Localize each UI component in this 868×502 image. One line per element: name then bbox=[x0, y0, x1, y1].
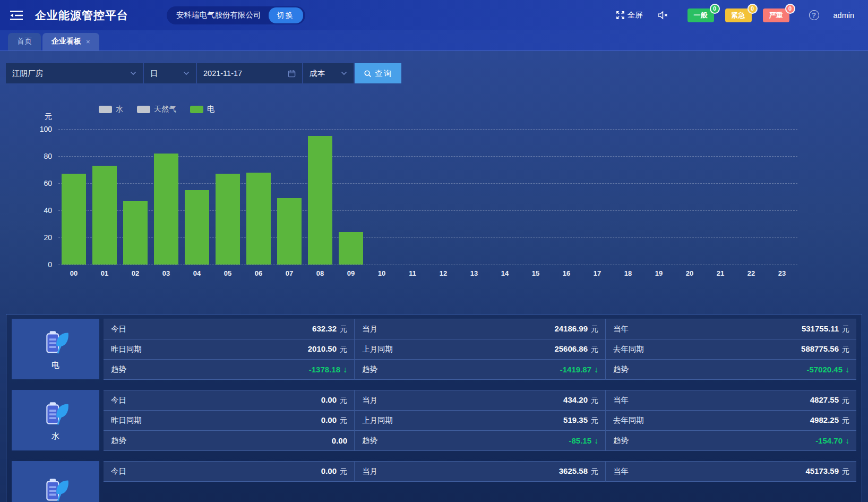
metric-value: -1378.18↓ bbox=[309, 365, 347, 375]
energy-card: 水今日0.00元昨日同期0.00元趋势0.00当月434.20元上月同期519.… bbox=[12, 390, 856, 451]
metric-unit: 元 bbox=[842, 396, 849, 405]
metric-value: 632.32元 bbox=[312, 324, 347, 334]
legend-item-电[interactable]: 电 bbox=[190, 105, 214, 114]
metric-label: 当月 bbox=[362, 466, 377, 477]
metric-unit: 元 bbox=[591, 396, 598, 405]
bar-04 bbox=[185, 190, 209, 265]
badge-count: 0 bbox=[710, 4, 720, 14]
metric-row: 去年同期4982.25元 bbox=[606, 411, 856, 431]
fullscreen-button[interactable]: 全屏 bbox=[616, 10, 643, 20]
metric-label: 去年同期 bbox=[613, 415, 644, 426]
metric-row: 趋势-1419.87↓ bbox=[355, 360, 605, 380]
y-axis-unit: 元 bbox=[45, 112, 52, 122]
metric-row: 趋势0.00 bbox=[104, 431, 354, 451]
metric-label: 当月 bbox=[362, 395, 377, 405]
metric-column: 今日632.32元昨日同期2010.50元趋势-1378.18↓ bbox=[104, 319, 354, 380]
x-tick-label: 03 bbox=[151, 269, 182, 277]
tab-企业看板[interactable]: 企业看板× bbox=[42, 33, 99, 50]
y-tick-label: 20 bbox=[44, 233, 52, 242]
x-tick-label: 18 bbox=[613, 269, 643, 277]
metric-column: 当月24186.99元上月同期25606.86元趋势-1419.87↓ bbox=[354, 319, 605, 380]
x-tick-label: 09 bbox=[336, 269, 366, 277]
metric-label: 昨日同期 bbox=[111, 344, 142, 354]
tab-label: 首页 bbox=[17, 37, 32, 46]
bar-09 bbox=[339, 232, 363, 265]
company-selector: 安科瑞电气股份有限公司 切换 bbox=[167, 6, 305, 24]
metric-row: 昨日同期0.00元 bbox=[104, 411, 354, 431]
period-select[interactable]: 日 bbox=[144, 63, 196, 83]
date-picker[interactable]: 2021-11-17 bbox=[197, 63, 302, 83]
metric-value: -85.15↓ bbox=[569, 436, 598, 446]
metric-label: 今日 bbox=[111, 395, 126, 405]
metric-row: 昨日同期2010.50元 bbox=[104, 339, 354, 360]
fullscreen-icon bbox=[616, 11, 625, 20]
metric-column: 当月3625.58元 bbox=[354, 461, 605, 482]
metric-label: 上月同期 bbox=[362, 344, 393, 354]
menu-collapse-icon[interactable] bbox=[10, 10, 23, 21]
metric-value: -57020.45↓ bbox=[806, 365, 849, 375]
metric-value: 45173.59元 bbox=[805, 466, 849, 477]
x-tick-label: 08 bbox=[305, 269, 336, 277]
legend-item-水[interactable]: 水 bbox=[99, 105, 123, 114]
metric-label: 当年 bbox=[613, 395, 629, 405]
legend-label: 电 bbox=[207, 105, 214, 114]
metric-value: 519.35元 bbox=[563, 415, 598, 426]
x-tick-label: 14 bbox=[489, 269, 520, 277]
switch-company-button[interactable]: 切换 bbox=[269, 7, 303, 23]
tab-close-icon[interactable]: × bbox=[86, 38, 90, 46]
metric-row: 当年4827.55元 bbox=[606, 390, 856, 411]
chart-plot: 元 02040608010000010203040506070809101112… bbox=[58, 129, 797, 265]
alarm-badge-一般[interactable]: 一般0 bbox=[687, 8, 714, 22]
metric-label: 当年 bbox=[613, 466, 629, 477]
badge-label: 紧急 bbox=[732, 11, 745, 19]
alarm-badges: 一般0紧急0严重0 bbox=[687, 8, 789, 22]
alarm-badge-紧急[interactable]: 紧急0 bbox=[725, 8, 752, 22]
metric-column: 当年45173.59元 bbox=[605, 461, 856, 482]
x-tick-label: 23 bbox=[767, 269, 797, 277]
bar-02 bbox=[123, 201, 148, 265]
alarm-badge-严重[interactable]: 严重0 bbox=[763, 8, 789, 22]
bar-06 bbox=[246, 173, 271, 265]
trend-down-icon: ↓ bbox=[594, 365, 598, 375]
chart-legend: 水天然气电 bbox=[99, 105, 214, 114]
tab-bar: 首页企业看板× bbox=[0, 30, 868, 51]
x-tick-label: 21 bbox=[705, 269, 736, 277]
mute-speaker-icon[interactable] bbox=[657, 11, 668, 20]
gridline bbox=[58, 129, 797, 130]
metric-label: 当年 bbox=[613, 324, 629, 334]
help-icon[interactable]: ? bbox=[809, 10, 819, 20]
chevron-down-icon bbox=[341, 71, 347, 75]
tab-首页[interactable]: 首页 bbox=[8, 33, 41, 50]
x-tick-label: 10 bbox=[366, 269, 397, 277]
metric-label: 趋势 bbox=[111, 436, 126, 446]
metric-value: 3625.58元 bbox=[559, 466, 598, 477]
metric-label: 趋势 bbox=[111, 364, 126, 375]
legend-swatch bbox=[99, 106, 112, 113]
y-tick-label: 80 bbox=[44, 152, 52, 160]
metric-unit: 元 bbox=[842, 345, 849, 354]
username[interactable]: admin bbox=[833, 11, 855, 20]
metric-select[interactable]: 成本 bbox=[303, 63, 354, 83]
battery-leaf-icon bbox=[41, 399, 71, 429]
metric-row: 今日0.00元 bbox=[104, 462, 354, 482]
metric-unit: 元 bbox=[340, 416, 347, 426]
metric-unit: 元 bbox=[340, 467, 347, 477]
metric-value: 0.00元 bbox=[321, 395, 347, 405]
legend-item-天然气[interactable]: 天然气 bbox=[137, 105, 176, 114]
energy-panel: 电今日632.32元昨日同期2010.50元趋势-1378.18↓当月24186… bbox=[6, 314, 862, 502]
y-tick-label: 0 bbox=[48, 260, 52, 269]
site-select[interactable]: 江阴厂房 bbox=[6, 63, 143, 83]
metric-row: 当年531755.11元 bbox=[606, 319, 856, 339]
energy-type-label: 电 bbox=[51, 360, 59, 370]
metric-column: 今日0.00元 bbox=[104, 461, 354, 482]
x-tick-label: 02 bbox=[120, 269, 151, 277]
metric-value: 25606.86元 bbox=[554, 344, 598, 354]
metric-value: 0.00元 bbox=[321, 415, 347, 426]
badge-count: 0 bbox=[747, 4, 758, 14]
x-tick-label: 11 bbox=[397, 269, 428, 277]
bar-08 bbox=[308, 136, 332, 265]
energy-type-tile: 水 bbox=[12, 390, 99, 450]
x-tick-label: 20 bbox=[674, 269, 705, 277]
x-tick-label: 01 bbox=[89, 269, 120, 277]
query-button[interactable]: 查询 bbox=[355, 63, 401, 83]
